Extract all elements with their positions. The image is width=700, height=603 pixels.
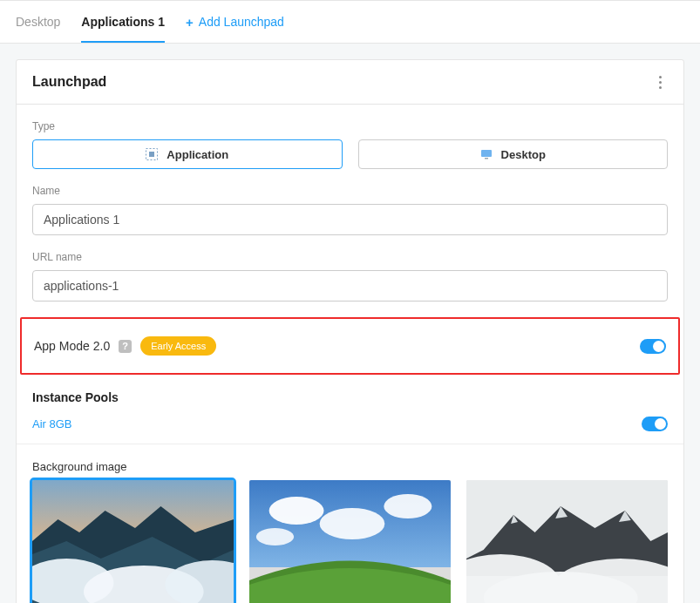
url-label: URL name (32, 251, 668, 263)
app-mode-toggle[interactable] (640, 339, 666, 354)
tab-applications[interactable]: Applications 1 (81, 2, 165, 42)
url-name-input[interactable] (32, 270, 668, 302)
card-title: Launchpad (32, 74, 106, 90)
background-thumb-3[interactable] (466, 480, 668, 603)
page-body: Launchpad Type Application Desktop (0, 44, 700, 603)
early-access-badge: Early Access (140, 336, 216, 356)
svg-point-12 (256, 528, 294, 545)
launchpad-card: Launchpad Type Application Desktop (16, 59, 684, 603)
type-section: Type Application Desktop (17, 105, 683, 169)
name-input[interactable] (32, 204, 668, 235)
background-thumb-2[interactable] (249, 480, 451, 603)
type-segmented: Application Desktop (32, 139, 668, 169)
background-thumb-1[interactable] (32, 480, 234, 603)
application-icon (146, 148, 158, 160)
type-option-application-label: Application (167, 148, 228, 161)
type-option-desktop[interactable]: Desktop (358, 139, 669, 169)
background-label: Background image (32, 460, 668, 473)
instance-pool-link[interactable]: Air 8GB (32, 417, 72, 430)
type-option-application[interactable]: Application (32, 139, 343, 169)
instance-pools-title: Instance Pools (17, 378, 683, 404)
more-menu-icon[interactable] (652, 74, 668, 90)
app-mode-row: App Mode 2.0 ? Early Access (20, 317, 680, 375)
card-header: Launchpad (17, 60, 683, 105)
add-launchpad-link[interactable]: + Add Launchpad (186, 15, 284, 30)
background-thumbnails (17, 480, 683, 603)
type-label: Type (32, 120, 668, 132)
plus-icon: + (186, 15, 194, 30)
svg-rect-1 (149, 152, 154, 157)
desktop-icon (480, 148, 493, 160)
svg-rect-3 (485, 158, 488, 159)
svg-point-10 (320, 508, 385, 539)
url-section: URL name (17, 235, 683, 302)
app-mode-left: App Mode 2.0 ? Early Access (34, 336, 216, 356)
svg-rect-2 (481, 150, 492, 157)
background-section: Background image (17, 444, 683, 473)
name-label: Name (32, 185, 668, 197)
svg-point-11 (384, 494, 432, 518)
tab-desktop[interactable]: Desktop (16, 2, 60, 42)
name-section: Name (17, 169, 683, 235)
top-tabs: Desktop Applications 1 + Add Launchpad (0, 0, 700, 44)
svg-point-9 (269, 497, 324, 525)
help-icon[interactable]: ? (119, 340, 132, 353)
app-mode-title: App Mode 2.0 (34, 339, 110, 353)
type-option-desktop-label: Desktop (501, 148, 546, 161)
instance-pool-toggle[interactable] (642, 417, 668, 431)
instance-pool-row: Air 8GB (17, 404, 683, 444)
add-launchpad-label: Add Launchpad (199, 15, 284, 29)
